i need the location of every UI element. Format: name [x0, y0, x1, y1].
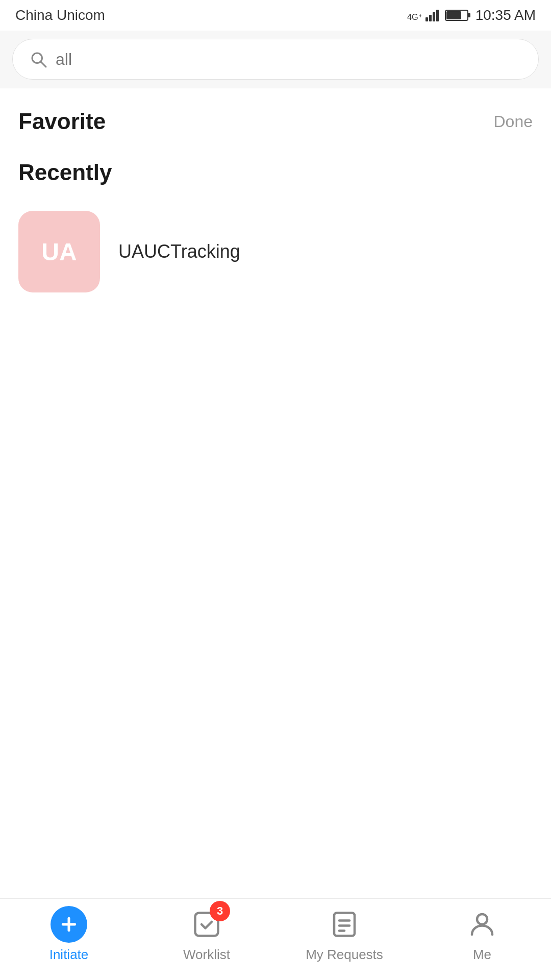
app-name: UAUCTracking	[118, 241, 240, 262]
favorite-title: Favorite	[18, 109, 106, 134]
nav-item-my-requests[interactable]: My Requests	[276, 906, 413, 963]
battery-text	[445, 8, 471, 22]
svg-rect-13	[334, 913, 355, 936]
my-requests-icon-wrap	[326, 906, 363, 943]
svg-point-17	[477, 914, 487, 924]
requests-icon	[329, 909, 360, 940]
network-icon: 4G⁺	[407, 8, 421, 22]
initiate-icon-wrap	[51, 906, 87, 943]
bottom-nav: Initiate 3 Worklist My Requests	[0, 898, 551, 980]
svg-rect-7	[446, 11, 461, 19]
svg-rect-6	[468, 13, 470, 17]
svg-text:4G⁺: 4G⁺	[407, 12, 421, 21]
nav-item-me[interactable]: Me	[413, 906, 551, 963]
nav-item-initiate[interactable]: Initiate	[0, 906, 138, 963]
svg-line-9	[41, 62, 46, 67]
search-input[interactable]	[56, 50, 522, 69]
search-bar[interactable]	[12, 39, 539, 80]
worklist-icon-wrap: 3	[188, 906, 225, 943]
search-bar-container	[0, 31, 551, 88]
nav-item-worklist[interactable]: 3 Worklist	[138, 906, 276, 963]
status-right: 4G⁺ 10:35 AM	[407, 7, 536, 23]
person-icon	[467, 909, 497, 940]
done-button[interactable]: Done	[494, 112, 533, 131]
status-bar: China Unicom 4G⁺ 10:35 AM	[0, 0, 551, 31]
carrier-text: China Unicom	[15, 7, 105, 23]
app-icon-ua: UA	[18, 211, 100, 292]
worklist-label: Worklist	[183, 947, 230, 963]
signal-icon	[425, 9, 441, 21]
list-item[interactable]: UA UAUCTracking	[18, 206, 533, 298]
recently-title: Recently	[18, 160, 533, 185]
app-icon-text: UA	[41, 238, 77, 266]
initiate-label: Initiate	[49, 947, 89, 963]
svg-rect-4	[436, 10, 439, 21]
search-icon	[29, 50, 47, 68]
plus-icon	[51, 906, 87, 943]
worklist-badge: 3	[210, 901, 230, 921]
svg-rect-2	[429, 15, 432, 21]
svg-rect-3	[433, 12, 435, 21]
favorite-section-header: Favorite Done	[18, 109, 533, 134]
main-content: Favorite Done Recently UA UAUCTracking	[0, 88, 551, 318]
me-label: Me	[473, 947, 491, 963]
recently-section: Recently UA UAUCTracking	[18, 160, 533, 298]
my-requests-label: My Requests	[306, 947, 383, 963]
time-text: 10:35 AM	[475, 7, 536, 23]
svg-rect-1	[425, 17, 428, 21]
me-icon-wrap	[464, 906, 500, 943]
